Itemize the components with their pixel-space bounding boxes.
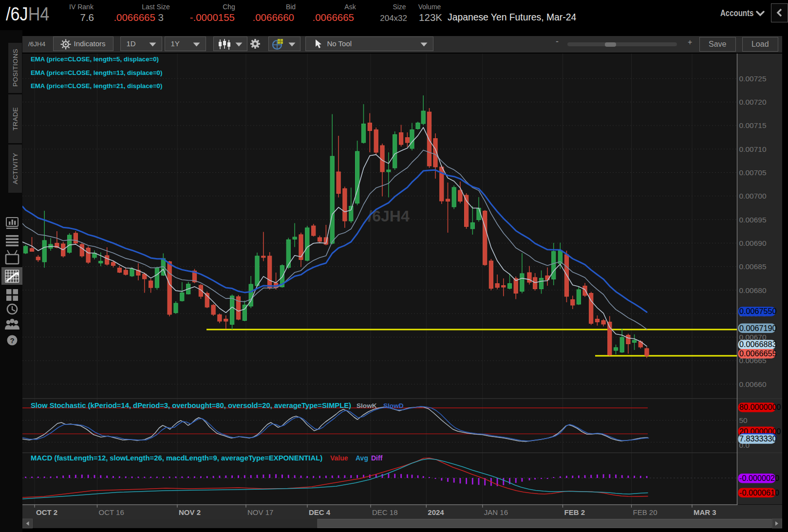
svg-text:2024: 2024 (428, 508, 444, 516)
svg-text:0.0067190: 0.0067190 (739, 324, 777, 332)
svg-text:0.00695: 0.00695 (739, 216, 767, 224)
svg-text:DEC 4: DEC 4 (309, 508, 331, 516)
svg-text:MAR 3: MAR 3 (694, 508, 716, 516)
svg-text:OCT 16: OCT 16 (99, 508, 124, 516)
svg-text:NOV 17: NOV 17 (247, 508, 273, 516)
svg-text:?: ? (10, 336, 14, 345)
svg-text:DEC 18: DEC 18 (372, 508, 398, 516)
svg-text:0.00710: 0.00710 (739, 145, 767, 153)
svg-text:JAN 16: JAN 16 (484, 508, 508, 516)
svg-text:EMA (price=CLOSE, length=21, d: EMA (price=CLOSE, length=21, displace=0) (31, 82, 162, 90)
svg-text:0.00725: 0.00725 (739, 74, 767, 83)
svg-text:0.0066655: 0.0066655 (739, 349, 777, 358)
svg-text:SlowD: SlowD (383, 402, 404, 409)
svg-text:0.00660: 0.00660 (739, 380, 767, 388)
svg-text:Avg: Avg (356, 454, 368, 462)
svg-text:EMA (price=CLOSE, length=5, di: EMA (price=CLOSE, length=5, displace=0) (31, 55, 159, 63)
svg-text:-0.0000020: -0.0000020 (739, 474, 779, 482)
svg-text:NOV 2: NOV 2 (179, 508, 201, 516)
svg-text:0.00720: 0.00720 (739, 98, 767, 106)
svg-text:OCT 2: OCT 2 (36, 508, 57, 516)
svg-text:/6JH4: /6JH4 (368, 207, 410, 225)
svg-text:FEB 20: FEB 20 (633, 508, 657, 516)
svg-text:Value: Value (330, 454, 348, 462)
svg-text:EMA (price=CLOSE, length=13, d: EMA (price=CLOSE, length=13, displace=0) (31, 69, 162, 76)
svg-text:0.00680: 0.00680 (739, 286, 767, 294)
svg-text:0.0067550: 0.0067550 (739, 307, 777, 315)
svg-text:SlowK: SlowK (356, 402, 377, 409)
svg-text:0.00685: 0.00685 (739, 262, 767, 271)
svg-text:0.0066883: 0.0066883 (739, 340, 777, 349)
svg-text:-0.0000610: -0.0000610 (739, 488, 779, 497)
svg-text:50: 50 (739, 416, 748, 424)
svg-text:Slow Stochastic (kPeriod=14, d: Slow Stochastic (kPeriod=14, dPeriod=3, … (31, 402, 351, 409)
svg-text:MACD (fastLength=12, slowLengt: MACD (fastLength=12, slowLength=26, macd… (31, 454, 322, 462)
svg-text:0.00705: 0.00705 (739, 168, 767, 177)
svg-text:0.00690: 0.00690 (739, 239, 767, 247)
svg-text:0.00715: 0.00715 (739, 121, 767, 129)
svg-text:FEB 2: FEB 2 (564, 508, 585, 516)
svg-text:0.00700: 0.00700 (739, 192, 767, 200)
svg-text:80.0000000: 80.0000000 (739, 403, 781, 411)
svg-text:Diff: Diff (371, 454, 383, 462)
svg-text:7.8333330: 7.8333330 (739, 434, 777, 443)
